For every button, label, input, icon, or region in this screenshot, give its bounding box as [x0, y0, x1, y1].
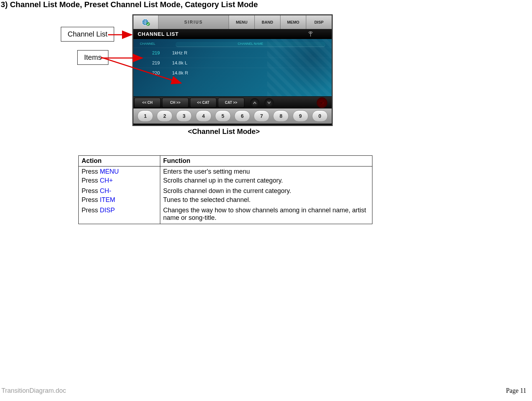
chevron-up-icon — [253, 101, 257, 105]
list-header: CHANNEL CHANNEL NAME — [133, 41, 332, 48]
table-header-action: Action — [79, 156, 160, 166]
nav-bar: << CH CH >> << CAT CAT >> — [133, 96, 332, 108]
num-7-button[interactable]: 7 — [254, 110, 269, 122]
press-prefix: Press — [82, 177, 100, 184]
table-cell-actions: Press MENU Press CH+ Press CH- Press ITE… — [79, 166, 160, 224]
scroll-down-button[interactable] — [264, 98, 274, 107]
num-6-button[interactable]: 6 — [234, 110, 250, 122]
svg-line-5 — [101, 57, 181, 83]
brand-label: SIRIUS — [158, 15, 229, 29]
antenna-icon — [307, 30, 314, 38]
key-ch-minus: CH- — [100, 187, 111, 194]
num-1-button[interactable]: 1 — [137, 110, 153, 122]
arrow-channel-list — [108, 30, 137, 39]
func-ch-plus: Scrolls channel up in the current catego… — [163, 177, 369, 184]
press-prefix: Press — [82, 196, 100, 203]
num-9-button[interactable]: 9 — [293, 110, 308, 122]
key-ch-plus: CH+ — [100, 177, 113, 184]
cat-next-button[interactable]: CAT >> — [218, 98, 244, 108]
press-prefix: Press — [82, 168, 100, 175]
chevron-down-icon — [267, 101, 271, 105]
ch-next-button[interactable]: CH >> — [162, 98, 189, 108]
table-header-function: Function — [160, 156, 372, 166]
home-button[interactable] — [133, 15, 158, 29]
menu-button[interactable]: MENU — [229, 15, 254, 29]
num-0-button[interactable]: 0 — [312, 110, 328, 122]
figure-caption: <Channel List Mode> — [188, 127, 260, 136]
func-ch-minus: Scrolls channel down in the current cate… — [163, 187, 369, 195]
section-heading: 3) Channel List Mode, Preset Channel Lis… — [1, 0, 258, 9]
mute-button[interactable] — [317, 97, 327, 108]
footer-page-number: Page 11 — [506, 387, 526, 395]
action-function-table: Action Function Press MENU Press CH+ Pre… — [78, 155, 372, 224]
memo-button[interactable]: MEMO — [280, 15, 306, 29]
num-2-button[interactable]: 2 — [157, 110, 172, 122]
list-header-channel: CHANNEL — [140, 42, 172, 47]
band-button[interactable]: BAND — [254, 15, 280, 29]
svg-point-8 — [146, 22, 150, 26]
num-4-button[interactable]: 4 — [196, 110, 211, 122]
disp-button[interactable]: DISP — [306, 15, 332, 29]
func-menu: Enters the user's setting menu — [163, 168, 369, 175]
func-disp: Changes the way how to show channels amo… — [163, 207, 369, 222]
callout-channel-list: Channel List — [61, 27, 114, 42]
number-pad: 1 2 3 4 5 6 7 8 9 0 — [133, 108, 332, 124]
table-cell-functions: Enters the user's setting menu Scrolls c… — [160, 166, 372, 224]
page-footer: TransitionDiagram.doc Page 11 — [0, 387, 528, 395]
num-8-button[interactable]: 8 — [273, 110, 289, 122]
top-bar: SIRIUS MENU BAND MEMO DISP — [133, 15, 332, 29]
list-header-name: CHANNEL NAME — [176, 42, 325, 47]
window-title-text: CHANNEL LIST — [138, 31, 179, 37]
func-item: Tunes to the selected channel. — [163, 196, 369, 204]
ch-prev-button[interactable]: << CH — [134, 98, 161, 108]
window-title: CHANNEL LIST — [133, 29, 332, 39]
key-item: ITEM — [100, 196, 115, 203]
press-prefix: Press — [82, 187, 100, 194]
footer-filename: TransitionDiagram.doc — [1, 387, 66, 395]
globe-icon — [141, 18, 151, 26]
background-pattern — [267, 39, 332, 96]
num-5-button[interactable]: 5 — [215, 110, 231, 122]
press-prefix: Press — [82, 207, 100, 214]
cat-prev-button[interactable]: << CAT — [190, 98, 216, 108]
key-disp: DISP — [100, 207, 115, 214]
speaker-mute-icon — [319, 100, 325, 106]
scroll-up-button[interactable] — [250, 98, 259, 107]
num-3-button[interactable]: 3 — [176, 110, 192, 122]
arrow-items-2 — [101, 55, 187, 87]
key-menu: MENU — [100, 168, 119, 175]
